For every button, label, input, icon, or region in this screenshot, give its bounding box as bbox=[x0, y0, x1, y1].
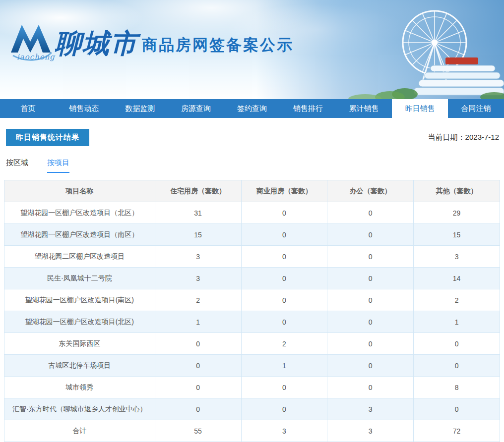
project-name-cell: 望湖花园二区棚户区改造项目 bbox=[4, 246, 155, 268]
column-header: 办公（套数） bbox=[327, 180, 414, 202]
count-cell: 15 bbox=[414, 224, 500, 246]
count-cell: 1 bbox=[414, 311, 500, 333]
project-name-cell: 望湖花园一区棚户区改造项目(南区) bbox=[4, 289, 155, 311]
project-name-cell: 望湖花园一区棚户区改造项目（南区） bbox=[4, 224, 155, 246]
nav-item-8[interactable]: 合同注销 bbox=[448, 99, 504, 118]
count-cell: 0 bbox=[241, 224, 327, 246]
count-cell: 55 bbox=[155, 420, 241, 442]
site-brand: iaocheng 聊城市 商品房网签备案公示 bbox=[8, 18, 294, 65]
table-row: 望湖花园一区棚户区改造项目(北区)1001 bbox=[4, 311, 500, 333]
count-cell: 0 bbox=[241, 289, 327, 311]
main-nav: 首页销售动态数据监测房源查询签约查询销售排行累计销售昨日销售合同注销 bbox=[0, 99, 504, 118]
nav-item-7[interactable]: 昨日销售 bbox=[392, 99, 448, 118]
count-cell: 1 bbox=[155, 311, 241, 333]
count-cell: 0 bbox=[327, 311, 414, 333]
table-row: 民生·凤凰城十二号院30014 bbox=[4, 268, 500, 289]
count-cell: 72 bbox=[414, 420, 500, 442]
project-name-cell: 民生·凤凰城十二号院 bbox=[4, 268, 155, 289]
tab-0[interactable]: 按区域 bbox=[6, 158, 28, 173]
table-body: 望湖花园一区棚户区改造项目（北区）310029望湖花园一区棚户区改造项目（南区）… bbox=[4, 202, 500, 442]
table-header-row: 项目名称住宅用房（套数）商业用房（套数）办公（套数）其他（套数） bbox=[4, 180, 500, 202]
page-title: 昨日销售统计结果 bbox=[6, 129, 89, 146]
count-cell: 0 bbox=[155, 377, 241, 398]
table-total-row: 合计553372 bbox=[4, 420, 500, 442]
count-cell: 0 bbox=[155, 398, 241, 420]
column-header: 项目名称 bbox=[4, 180, 155, 202]
count-cell: 0 bbox=[327, 289, 414, 311]
count-cell: 0 bbox=[241, 311, 327, 333]
page-head: 昨日销售统计结果 当前日期：2023-7-12 bbox=[6, 129, 499, 146]
city-logo-icon: iaocheng bbox=[8, 18, 54, 65]
count-cell: 0 bbox=[414, 398, 500, 420]
count-cell: 14 bbox=[414, 268, 500, 289]
count-cell: 3 bbox=[155, 246, 241, 268]
top-banner: iaocheng 聊城市 商品房网签备案公示 bbox=[0, 0, 504, 99]
count-cell: 2 bbox=[155, 289, 241, 311]
count-cell: 0 bbox=[327, 246, 414, 268]
nav-item-3[interactable]: 房源查询 bbox=[168, 99, 224, 118]
count-cell: 8 bbox=[414, 377, 500, 398]
count-cell: 0 bbox=[241, 268, 327, 289]
count-cell: 0 bbox=[327, 377, 414, 398]
project-name-cell: 古城区北停车场项目 bbox=[4, 355, 155, 377]
count-cell: 3 bbox=[414, 246, 500, 268]
table-row: 古城区北停车场项目0100 bbox=[4, 355, 500, 377]
table-row: 城市领秀0008 bbox=[4, 377, 500, 398]
project-name-cell: 望湖花园一区棚户区改造项目(北区) bbox=[4, 311, 155, 333]
current-date: 当前日期：2023-7-12 bbox=[428, 133, 499, 142]
count-cell: 0 bbox=[241, 377, 327, 398]
building-illustration bbox=[414, 57, 504, 95]
site-name: 聊城市 bbox=[55, 30, 138, 56]
count-cell: 0 bbox=[155, 355, 241, 377]
project-name-cell: 合计 bbox=[4, 420, 155, 442]
count-cell: 0 bbox=[155, 333, 241, 355]
nav-item-2[interactable]: 数据监测 bbox=[112, 99, 168, 118]
logo-script-text: iaocheng bbox=[17, 53, 55, 61]
sales-stats-table: 项目名称住宅用房（套数）商业用房（套数）办公（套数）其他（套数） 望湖花园一区棚… bbox=[4, 180, 500, 442]
count-cell: 2 bbox=[414, 289, 500, 311]
column-header: 住宅用房（套数） bbox=[155, 180, 241, 202]
project-name-cell: 东关国际西区 bbox=[4, 333, 155, 355]
count-cell: 0 bbox=[327, 268, 414, 289]
count-cell: 3 bbox=[155, 268, 241, 289]
table-row: 望湖花园一区棚户区改造项目（南区）150015 bbox=[4, 224, 500, 246]
nav-item-1[interactable]: 销售动态 bbox=[56, 99, 112, 118]
project-name-cell: 城市领秀 bbox=[4, 377, 155, 398]
column-header: 商业用房（套数） bbox=[241, 180, 327, 202]
nav-item-5[interactable]: 销售排行 bbox=[280, 99, 336, 118]
nav-item-6[interactable]: 累计销售 bbox=[336, 99, 392, 118]
column-header: 其他（套数） bbox=[414, 180, 500, 202]
project-name-cell: 望湖花园一区棚户区改造项目（北区） bbox=[4, 202, 155, 224]
nav-item-4[interactable]: 签约查询 bbox=[224, 99, 280, 118]
count-cell: 0 bbox=[241, 246, 327, 268]
count-cell: 3 bbox=[241, 420, 327, 442]
count-cell: 15 bbox=[155, 224, 241, 246]
count-cell: 2 bbox=[241, 333, 327, 355]
site-subtitle: 商品房网签备案公示 bbox=[142, 35, 294, 55]
count-cell: 3 bbox=[327, 398, 414, 420]
count-cell: 1 bbox=[241, 355, 327, 377]
table-row: 东关国际西区0200 bbox=[4, 333, 500, 355]
count-cell: 0 bbox=[414, 355, 500, 377]
tab-1[interactable]: 按项目 bbox=[47, 158, 69, 173]
count-cell: 31 bbox=[155, 202, 241, 224]
table-row: 望湖花园二区棚户区改造项目3003 bbox=[4, 246, 500, 268]
count-cell: 0 bbox=[327, 224, 414, 246]
project-name-cell: 汇智·东方时代（聊城市返乡人才创业中心） bbox=[4, 398, 155, 420]
count-cell: 29 bbox=[414, 202, 500, 224]
count-cell: 0 bbox=[327, 202, 414, 224]
table-row: 望湖花园一区棚户区改造项目(南区)2002 bbox=[4, 289, 500, 311]
count-cell: 0 bbox=[327, 333, 414, 355]
table-row: 汇智·东方时代（聊城市返乡人才创业中心）0030 bbox=[4, 398, 500, 420]
count-cell: 0 bbox=[241, 202, 327, 224]
view-tabs: 按区域按项目 bbox=[6, 158, 504, 173]
count-cell: 0 bbox=[414, 333, 500, 355]
table-row: 望湖花园一区棚户区改造项目（北区）310029 bbox=[4, 202, 500, 224]
count-cell: 0 bbox=[327, 355, 414, 377]
nav-item-0[interactable]: 首页 bbox=[0, 99, 56, 118]
count-cell: 0 bbox=[241, 398, 327, 420]
count-cell: 3 bbox=[327, 420, 414, 442]
